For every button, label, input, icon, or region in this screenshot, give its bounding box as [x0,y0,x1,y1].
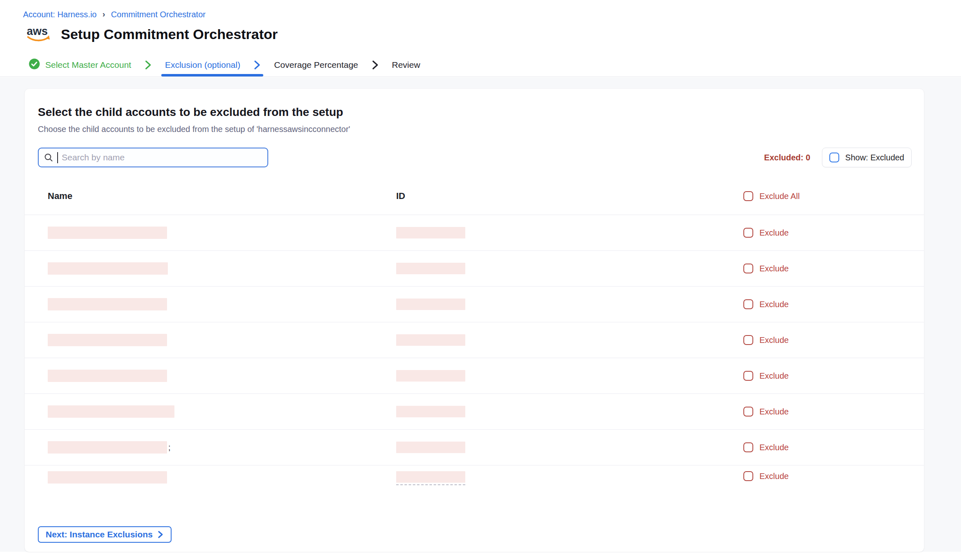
redacted-name-bar [48,405,174,418]
right-controls: Excluded: 0 Show: Excluded [764,148,912,167]
account-id-redacted [396,442,743,453]
page-header: Account: Harness.io › Commitment Orchest… [0,0,961,77]
chevron-right-icon [371,60,380,70]
step-label: Review [392,60,420,70]
exclude-label: Exclude [759,300,789,309]
show-excluded-toggle[interactable]: Show: Excluded [822,148,912,167]
aws-logo-icon: aws [26,24,53,44]
exclude-checkbox[interactable] [743,407,753,417]
table-row: Exclude [25,394,924,430]
step-label: Select Master Account [45,60,131,70]
next-instance-exclusions-button[interactable]: Next: Instance Exclusions [38,526,172,543]
step-label: Exclusion (optional) [165,60,240,70]
step-label: Coverage Percentage [274,60,358,70]
exclude-label: Exclude [759,443,789,452]
column-header-name: Name [48,190,396,202]
account-id-redacted [396,471,743,486]
exclusion-card: Select the child accounts to be excluded… [25,89,924,552]
table-row: Exclude [25,287,924,322]
breadcrumb: Account: Harness.io › Commitment Orchest… [23,10,206,19]
table-row: Exclude [25,465,924,486]
content-area: Select the child accounts to be excluded… [0,77,961,552]
row-exclude-group: Exclude [743,264,924,273]
redacted-id-bar [396,442,465,453]
redacted-name-bar [48,334,167,346]
exclude-checkbox[interactable] [743,471,753,481]
title-row: aws Setup Commitment Orchestrator [26,24,278,44]
breadcrumb-separator-icon: › [102,9,105,19]
account-name-redacted [48,405,396,418]
table-row: Exclude [25,322,924,358]
exclude-checkbox[interactable] [743,299,753,309]
exclude-all-checkbox[interactable] [743,191,753,201]
page-title: Setup Commitment Orchestrator [61,26,278,42]
account-id-redacted [396,334,743,346]
step-exclusion-optional[interactable]: Exclusion (optional) [165,53,262,76]
account-name-redacted [48,298,396,310]
redacted-name-bar [48,298,167,310]
exclude-checkbox[interactable] [743,335,753,345]
exclude-label: Exclude [759,371,789,381]
chevron-right-icon [144,60,153,70]
exclude-label: Exclude [759,228,789,238]
table-rows: ExcludeExcludeExcludeExcludeExcludeExclu… [25,215,924,486]
row-exclude-group: Exclude [743,442,924,452]
account-name-redacted: ; [48,441,396,454]
account-id-redacted [396,299,743,310]
chevron-right-icon [157,530,164,539]
redacted-id-bar [396,370,465,382]
exclude-all-label: Exclude All [759,190,800,202]
table-row: Exclude [25,215,924,251]
account-name-redacted [48,334,396,346]
exclude-checkbox[interactable] [743,371,753,381]
search-icon [44,153,53,162]
step-completed-check-icon [29,58,40,72]
table-row: Exclude [25,358,924,394]
step-coverage-percentage[interactable]: Coverage Percentage [274,53,379,76]
redacted-id-bar [396,334,465,346]
wizard-stepper: Select Master Account Exclusion (optiona… [29,53,420,76]
exclude-all-group: Exclude All [743,190,912,202]
step-select-master-account[interactable]: Select Master Account [29,53,153,76]
exclude-label: Exclude [759,472,789,481]
redacted-id-bar [396,471,465,483]
redacted-id-bar [396,263,465,274]
redacted-id-bar [396,299,465,310]
step-review[interactable]: Review [392,53,420,76]
table-header: Name ID Exclude All [25,190,924,215]
redacted-name-bar [48,227,167,239]
exclude-checkbox[interactable] [743,442,753,452]
account-name-redacted [48,471,396,484]
redacted-id-bar [396,406,465,417]
card-title: Select the child accounts to be excluded… [38,105,924,119]
search-box[interactable] [38,148,268,167]
breadcrumb-link-commitment-orchestrator[interactable]: Commitment Orchestrator [111,10,206,19]
row-exclude-group: Exclude [743,335,924,345]
breadcrumb-link-account[interactable]: Account: Harness.io [23,10,97,19]
exclude-checkbox[interactable] [743,228,753,238]
chevron-right-icon [253,60,262,70]
redacted-id-bar [396,227,465,238]
next-button-label: Next: Instance Exclusions [46,530,153,539]
text-cursor [57,152,58,163]
row-exclude-group: Exclude [743,471,924,481]
exclude-checkbox[interactable] [743,264,753,273]
redacted-name-bar [48,370,167,382]
svg-text:aws: aws [27,25,48,37]
exclude-label: Exclude [759,264,789,273]
row-exclude-group: Exclude [743,407,924,417]
row-exclude-group: Exclude [743,228,924,238]
account-id-redacted [396,227,743,238]
account-id-redacted [396,370,743,382]
name-suffix-text: ; [168,443,171,452]
table-row: Exclude [25,251,924,287]
excluded-count-label: Excluded: 0 [764,153,810,162]
redacted-name-bar [48,262,168,275]
account-name-redacted [48,370,396,382]
table-row: ;Exclude [25,430,924,465]
row-exclude-group: Exclude [743,299,924,309]
show-excluded-checkbox[interactable] [829,153,839,162]
redacted-name-bar [48,471,167,484]
search-input[interactable] [62,153,262,162]
exclude-label: Exclude [759,336,789,345]
